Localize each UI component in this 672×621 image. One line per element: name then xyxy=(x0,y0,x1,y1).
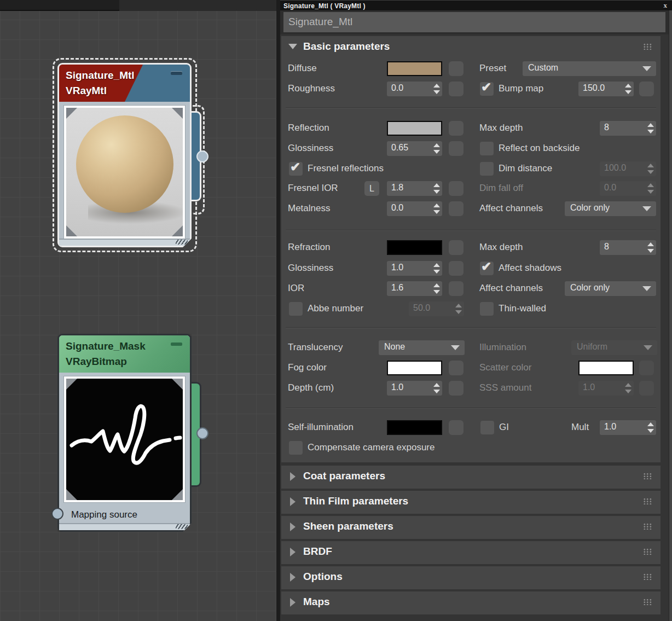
fog-color-map-slot[interactable] xyxy=(449,361,464,375)
expand-arrow-icon[interactable] xyxy=(290,573,296,582)
bitmap-preview-frame xyxy=(64,376,185,502)
reflect-glossiness-spinner[interactable]: 0.65 xyxy=(387,141,442,156)
metalness-spinner[interactable]: 0.0 xyxy=(387,201,442,216)
fog-color-swatch[interactable] xyxy=(387,361,442,375)
compensate-label: Compensate camera exposure xyxy=(308,440,435,455)
reflection-map-slot[interactable] xyxy=(449,121,464,136)
node-signature-mask[interactable]: Signature_Mask VRayBitmap Mapping sourc xyxy=(57,334,192,532)
expand-arrow-icon[interactable] xyxy=(290,523,296,531)
expand-arrow-icon[interactable] xyxy=(290,497,296,506)
diffuse-map-slot[interactable] xyxy=(449,61,464,76)
scatter-color-swatch xyxy=(578,361,634,375)
node-header[interactable]: Signature_Mtl VRayMtl xyxy=(59,65,190,102)
node-signature-mtl[interactable]: Signature_Mtl VRayMtl xyxy=(57,63,192,247)
node-header[interactable]: Signature_Mask VRayBitmap xyxy=(59,335,190,373)
mask-output-socket[interactable] xyxy=(196,427,208,439)
metalness-map-slot[interactable] xyxy=(449,201,464,216)
expand-arrow-icon[interactable] xyxy=(290,548,296,556)
grip-dots-icon[interactable] xyxy=(643,599,652,605)
expand-arrow-icon[interactable] xyxy=(290,598,296,607)
grip-dots-icon[interactable] xyxy=(643,498,652,504)
diffuse-color-swatch[interactable] xyxy=(387,61,442,76)
spinner-arrows-icon xyxy=(433,82,441,96)
rollout-sheen[interactable]: Sheen parameters xyxy=(281,516,661,539)
grip-dots-icon[interactable] xyxy=(643,43,652,50)
fresnel-checkbox[interactable] xyxy=(289,162,303,176)
translucency-dropdown[interactable]: None xyxy=(379,340,465,355)
fresnel-label: Fresnel reflections xyxy=(308,161,384,176)
scatter-color-map-slot xyxy=(639,361,654,375)
illumination-label: Illumination xyxy=(479,340,526,355)
rollout-coat[interactable]: Coat parameters xyxy=(281,466,661,489)
fresnel-ior-spinner[interactable]: 1.8 xyxy=(387,181,442,196)
refraction-color-swatch[interactable] xyxy=(387,240,442,255)
expand-arrow-icon[interactable] xyxy=(290,472,296,481)
gi-checkbox[interactable] xyxy=(480,421,494,434)
panel-title: Signature_Mtl ( VRayMtl ) xyxy=(283,2,366,10)
resize-grip-icon[interactable] xyxy=(176,240,188,245)
depth-map-slot[interactable] xyxy=(449,381,464,396)
rollout-brdf[interactable]: BRDF xyxy=(281,541,661,564)
bump-map-slot[interactable] xyxy=(639,82,654,96)
reflect-glossiness-map-slot[interactable] xyxy=(449,141,464,156)
bump-amount-spinner[interactable]: 150.0 xyxy=(578,82,634,96)
panel-titlebar[interactable]: Signature_Mtl ( VRayMtl ) x xyxy=(280,0,672,10)
spinner-arrows-icon xyxy=(647,161,654,176)
grip-dots-icon[interactable] xyxy=(643,573,652,580)
reflect-affect-dropdown[interactable]: Color only xyxy=(565,201,656,216)
mapping-source-socket[interactable] xyxy=(51,508,63,520)
mult-spinner[interactable]: 1.0 xyxy=(600,420,656,435)
rollout-options[interactable]: Options xyxy=(281,566,661,589)
minimize-icon[interactable] xyxy=(171,343,182,346)
dim-distance-label: Dim distance xyxy=(499,161,552,176)
spinner-arrows-icon xyxy=(624,82,632,96)
roughness-map-slot[interactable] xyxy=(449,82,464,96)
fresnel-ior-lock-button[interactable]: L xyxy=(364,181,379,196)
grip-dots-icon[interactable] xyxy=(643,548,652,555)
reflection-color-swatch[interactable] xyxy=(387,121,442,136)
close-icon[interactable]: x xyxy=(664,1,668,10)
thin-walled-checkbox[interactable] xyxy=(480,302,494,316)
metalness-label: Metalness xyxy=(288,201,330,216)
mtl-output-socket[interactable] xyxy=(196,150,208,162)
rollout-maps[interactable]: Maps xyxy=(281,591,661,614)
affect-shadows-checkbox[interactable] xyxy=(480,262,494,275)
abbe-checkbox[interactable] xyxy=(289,302,303,316)
minimize-icon[interactable] xyxy=(171,72,182,75)
ior-spinner[interactable]: 1.6 xyxy=(387,281,442,296)
reflect-max-depth-spinner[interactable]: 8 xyxy=(600,121,656,136)
grip-dots-icon[interactable] xyxy=(643,473,652,479)
self-illum-map-slot[interactable] xyxy=(449,420,464,435)
depth-spinner[interactable]: 1.0 xyxy=(387,381,442,396)
compensate-checkbox[interactable] xyxy=(289,441,303,455)
rollout-thin-film[interactable]: Thin Film parameters xyxy=(281,491,661,514)
material-preview-sphere[interactable] xyxy=(66,108,183,236)
refract-max-depth-spinner[interactable]: 8 xyxy=(600,240,656,255)
spinner-arrows-icon xyxy=(647,181,654,196)
collapse-arrow-icon[interactable] xyxy=(288,44,297,49)
fresnel-ior-map-slot[interactable] xyxy=(449,181,464,196)
reflect-backside-checkbox[interactable] xyxy=(480,142,494,155)
ior-map-slot[interactable] xyxy=(449,281,464,296)
abbe-label: Abbe number xyxy=(308,301,363,316)
mapping-source-slot[interactable]: Mapping source xyxy=(59,506,190,525)
rollout-header-basic[interactable]: Basic parameters xyxy=(281,36,661,57)
bitmap-preview[interactable] xyxy=(66,379,183,500)
resize-grip-icon[interactable] xyxy=(176,524,188,529)
dim-distance-checkbox[interactable] xyxy=(480,162,494,176)
bump-map-checkbox[interactable] xyxy=(480,82,494,96)
roughness-spinner[interactable]: 0.0 xyxy=(387,82,442,96)
pane-divider[interactable] xyxy=(276,0,280,621)
preset-dropdown[interactable]: Custom xyxy=(523,61,656,76)
chevron-down-icon xyxy=(451,345,460,350)
node-subtitle: VRayMtl xyxy=(66,85,107,97)
dim-distance-spinner: 100.0 xyxy=(600,161,656,176)
refract-affect-dropdown[interactable]: Color only xyxy=(565,281,656,296)
self-illum-color-swatch[interactable] xyxy=(387,420,442,435)
material-name-input[interactable]: Signature_Mtl xyxy=(283,12,665,32)
refract-glossiness-map-slot[interactable] xyxy=(449,261,464,276)
refraction-map-slot[interactable] xyxy=(449,240,464,255)
node-graph-canvas[interactable]: Signature_Mtl VRayMtl xyxy=(0,0,276,621)
refract-glossiness-spinner[interactable]: 1.0 xyxy=(387,261,442,276)
grip-dots-icon[interactable] xyxy=(643,523,652,530)
